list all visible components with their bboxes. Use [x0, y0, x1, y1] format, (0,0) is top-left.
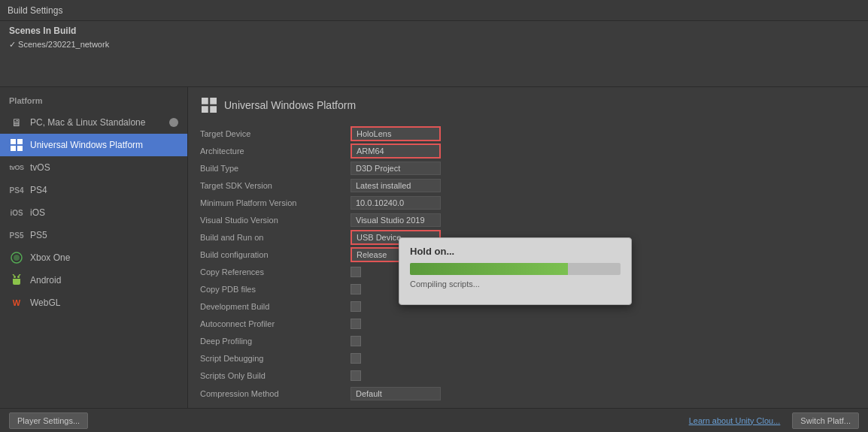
checkbox-deep-profiling[interactable] [351, 336, 361, 346]
sidebar-item-android[interactable]: Android [0, 269, 187, 292]
settings-row-deep-profiling: Deep Profiling [200, 334, 856, 349]
platform-header-icon [200, 96, 218, 114]
settings-row-min-platform-version: Minimum Platform Version 10.0.10240.0 [200, 195, 856, 210]
sidebar-item-ps4[interactable]: PS4 PS4 [0, 179, 187, 201]
checkbox-autoconnect-profiler[interactable] [351, 319, 361, 329]
sidebar-item-label-uwp: Universal Windows Platform [30, 140, 143, 150]
checkbox-script-debugging[interactable] [351, 353, 361, 364]
svg-rect-12 [202, 106, 208, 113]
value-target-device[interactable]: HoloLens [351, 126, 441, 141]
svg-rect-10 [202, 98, 208, 104]
label-min-platform-version: Minimum Platform Version [200, 198, 351, 207]
platform-header-title: Universal Windows Platform [224, 99, 356, 111]
sidebar-item-label-tvos: tvOS [30, 162, 50, 173]
sidebar-item-xbox[interactable]: Xbox One [0, 246, 187, 269]
sidebar-item-ps5[interactable]: PS5 PS5 [0, 224, 187, 246]
progress-bar-fill [410, 263, 568, 275]
content-wrapper: Platform 🖥 PC, Mac & Linux Standalone [0, 87, 868, 408]
sidebar-item-label-ios: iOS [30, 207, 45, 218]
value-sdk-version[interactable]: Latest installed [351, 179, 441, 192]
window-title-bar: Build Settings [0, 0, 868, 21]
checkbox-copy-references[interactable] [351, 267, 361, 277]
settings-row-scripts-only-build: Scripts Only Build [200, 368, 856, 383]
svg-rect-1 [17, 139, 23, 144]
svg-point-5 [14, 255, 20, 261]
value-build-type[interactable]: D3D Project [351, 162, 441, 175]
sidebar-item-label-webgl: WebGL [30, 298, 60, 308]
sidebar-item-tvos[interactable]: tvOS tvOS [0, 156, 187, 179]
sidebar-item-label-ps5: PS5 [30, 230, 47, 240]
scenes-area: Scenes In Build ✓ Scenes/230221_network [0, 21, 868, 87]
checkbox-copy-pdb[interactable] [351, 284, 361, 295]
label-dev-build: Development Build [200, 302, 351, 311]
label-copy-pdb: Copy PDB files [200, 285, 351, 294]
settings-panel: Universal Windows Platform Target Device… [188, 87, 868, 408]
sidebar-item-ios[interactable]: iOS iOS [0, 201, 187, 224]
svg-rect-0 [11, 139, 16, 144]
hold-on-title: Hold on... [410, 246, 621, 257]
progress-bar-container [410, 263, 621, 275]
label-copy-references: Copy References [200, 267, 351, 276]
settings-row-build-type: Build Type D3D Project [200, 161, 856, 176]
settings-row-sdk-version: Target SDK Version Latest installed [200, 178, 856, 193]
bottom-right-actions: Learn about Unity Clou... Switch Platf..… [689, 412, 859, 429]
sidebar-item-label-android: Android [30, 275, 61, 285]
label-build-run-on: Build and Run on [200, 233, 351, 242]
learn-link[interactable]: Learn about Unity Clou... [689, 416, 781, 425]
svg-rect-11 [210, 98, 217, 104]
label-scripts-only-build: Scripts Only Build [200, 371, 351, 380]
window-title: Build Settings [8, 5, 62, 16]
pc-icon: 🖥 [9, 115, 24, 130]
settings-row-autoconnect-profiler: Autoconnect Profiler [200, 316, 856, 331]
label-vs-version: Visual Studio Version [200, 216, 351, 225]
svg-rect-13 [210, 106, 217, 113]
ps4-icon: PS4 [9, 183, 24, 198]
value-vs-version[interactable]: Visual Studio 2019 [351, 213, 441, 227]
label-compression-method: Compression Method [200, 389, 351, 398]
svg-rect-3 [17, 146, 23, 151]
sidebar-item-label-xbox: Xbox One [30, 252, 70, 263]
sidebar-item-pc[interactable]: 🖥 PC, Mac & Linux Standalone [0, 111, 187, 134]
label-script-debugging: Script Debugging [200, 354, 351, 363]
hold-on-overlay: Hold on... Compiling scripts... [399, 237, 632, 305]
label-sdk-version: Target SDK Version [200, 181, 351, 190]
ps5-icon: PS5 [9, 228, 24, 243]
checkbox-scripts-only-build[interactable] [351, 370, 361, 381]
switch-platform-button[interactable]: Switch Platf... [792, 412, 859, 429]
webgl-icon: W [9, 295, 24, 310]
checkbox-dev-build[interactable] [351, 301, 361, 312]
sidebar-item-webgl[interactable]: W WebGL [0, 292, 187, 314]
scene-item[interactable]: ✓ Scenes/230221_network [9, 39, 859, 50]
ios-icon: iOS [9, 205, 24, 220]
settings-row-vs-version: Visual Studio Version Visual Studio 2019 [200, 213, 856, 228]
tvos-icon: tvOS [9, 160, 24, 175]
settings-row-compression-method: Compression Method Default [200, 386, 856, 401]
label-target-device: Target Device [200, 129, 351, 138]
platform-header: Universal Windows Platform [200, 96, 856, 114]
value-architecture[interactable]: ARM64 [351, 143, 441, 159]
uwp-icon [9, 137, 24, 153]
svg-line-8 [13, 274, 14, 276]
active-platform-indicator [169, 118, 178, 127]
svg-line-9 [19, 274, 20, 276]
label-autoconnect-profiler: Autoconnect Profiler [200, 319, 351, 328]
xbox-icon [9, 250, 24, 265]
label-build-config: Build configuration [200, 250, 351, 259]
settings-row-target-device: Target Device HoloLens [200, 126, 856, 141]
platform-label: Platform [0, 93, 187, 111]
settings-row-architecture: Architecture ARM64 [200, 143, 856, 159]
player-settings-button[interactable]: Player Settings... [9, 412, 88, 429]
value-min-platform-version[interactable]: 10.0.10240.0 [351, 196, 441, 210]
label-architecture: Architecture [200, 147, 351, 156]
sidebar-item-label-pc: PC, Mac & Linux Standalone [30, 117, 145, 128]
compiling-text: Compiling scripts... [410, 279, 621, 289]
platform-sidebar: Platform 🖥 PC, Mac & Linux Standalone [0, 87, 188, 408]
svg-rect-2 [11, 146, 16, 151]
value-compression-method[interactable]: Default [351, 387, 441, 400]
label-build-type: Build Type [200, 164, 351, 173]
android-icon [9, 273, 24, 288]
sidebar-item-uwp[interactable]: Universal Windows Platform [0, 134, 187, 156]
settings-row-script-debugging: Script Debugging [200, 351, 856, 366]
sidebar-item-label-ps4: PS4 [30, 185, 47, 195]
scenes-title: Scenes In Build [9, 26, 859, 36]
